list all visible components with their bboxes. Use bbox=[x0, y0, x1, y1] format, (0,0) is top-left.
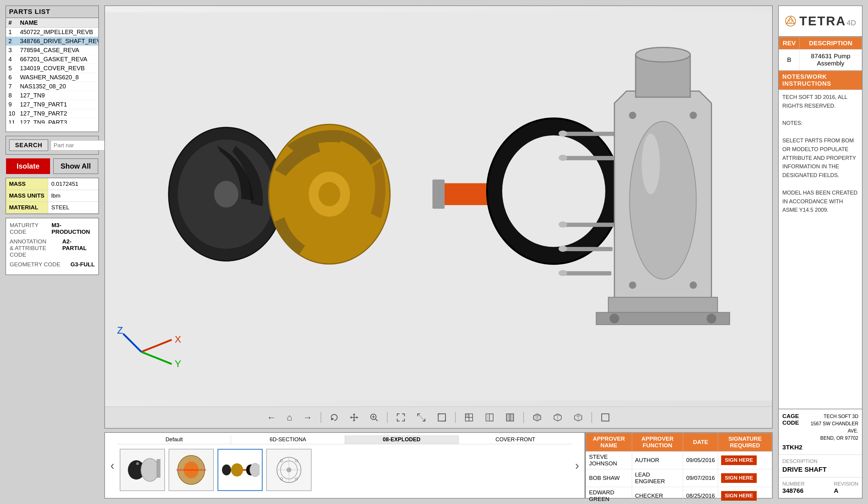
show-all-button[interactable]: Show All bbox=[53, 158, 98, 174]
view-tabs-container: Default 6D-SECTIONA 08-EXPLODED COVER-FR… bbox=[117, 435, 572, 495]
main-container: PARTS LIST # NAME QTY 1450722_IMPELLER_R… bbox=[0, 0, 868, 504]
table-row[interactable]: 4667201_GASKET_REVA1 bbox=[6, 55, 98, 64]
table-row[interactable]: 8127_TN91 bbox=[6, 91, 98, 100]
cube-face-icon bbox=[574, 413, 583, 422]
svg-marker-49 bbox=[350, 416, 352, 419]
part-name: 450722_IMPELLER_REVB bbox=[18, 28, 98, 37]
svg-rect-57 bbox=[465, 414, 469, 418]
parts-2-button[interactable] bbox=[482, 411, 497, 423]
separator-3 bbox=[455, 412, 456, 423]
svg-point-27 bbox=[559, 222, 567, 227]
svg-point-41 bbox=[610, 314, 619, 323]
bottom-section: ‹ Default 6D-SECTIONA 08-EXPLODED COVER-… bbox=[104, 432, 773, 498]
notes-line-3: SELECT PARTS FROM BOM OR MODELTO POPULAT… bbox=[782, 136, 858, 180]
table-row[interactable]: 3778594_CASE_REVA1 bbox=[6, 46, 98, 55]
part-name: 348766_DRIVE_SHAFT_REVA bbox=[18, 37, 98, 46]
prop-value: lbm bbox=[48, 190, 98, 202]
svg-rect-78 bbox=[157, 459, 161, 477]
fit-1-icon bbox=[396, 413, 406, 422]
svg-point-33 bbox=[636, 47, 690, 62]
view-thumb-08-exploded[interactable] bbox=[217, 449, 263, 491]
approval-col-name: APPROVER NAME bbox=[586, 433, 632, 452]
maximize-button[interactable] bbox=[598, 411, 612, 423]
view-thumb-6d-sectiona[interactable] bbox=[168, 449, 214, 491]
svg-text:X: X bbox=[175, 334, 181, 345]
isolate-button[interactable]: Isolate bbox=[6, 158, 50, 174]
fit-3-icon bbox=[437, 413, 447, 422]
sign-here-button[interactable]: SIGN HERE bbox=[721, 455, 757, 465]
view-thumb-cover-front[interactable] bbox=[266, 449, 312, 491]
svg-point-11 bbox=[214, 181, 238, 207]
table-row[interactable]: 6WASHER_NAS620_87 bbox=[6, 73, 98, 82]
approver-date: 09/05/2016 bbox=[683, 452, 718, 469]
parts-1-button[interactable] bbox=[462, 411, 476, 423]
approval-col-signature: SIGNATURE REQUIRED bbox=[718, 433, 772, 452]
description-value: DRIVE SHAFT bbox=[782, 466, 858, 474]
parts-3-button[interactable] bbox=[503, 411, 517, 423]
svg-rect-59 bbox=[465, 418, 469, 421]
cube-wire-icon bbox=[553, 413, 562, 422]
code-value: G3-FULL bbox=[71, 261, 95, 268]
tab-default[interactable]: Default bbox=[117, 435, 231, 444]
table-row[interactable]: 7NAS1352_08_207 bbox=[6, 82, 98, 91]
next-view-button[interactable]: › bbox=[572, 459, 582, 472]
cube-solid-button[interactable] bbox=[530, 411, 544, 423]
view-thumb-default[interactable] bbox=[120, 449, 165, 491]
svg-marker-47 bbox=[353, 413, 355, 415]
prev-view-button[interactable]: ‹ bbox=[107, 459, 117, 472]
part-name: 127_TN9_PART1 bbox=[18, 100, 98, 109]
part-num: 1 bbox=[6, 28, 18, 37]
cage-code-label: CAGE CODE bbox=[782, 413, 810, 442]
number-value: 348766 bbox=[782, 487, 805, 494]
approver-name: STEVE JOHNSON bbox=[586, 452, 632, 469]
part-num: 9 bbox=[6, 100, 18, 109]
tab-cover-front[interactable]: COVER-FRONT bbox=[459, 435, 572, 444]
approver-signature: SIGN HERE bbox=[718, 452, 772, 469]
zoom-button[interactable] bbox=[367, 412, 381, 423]
svg-point-84 bbox=[231, 463, 243, 476]
part-num: 4 bbox=[6, 55, 18, 64]
svg-point-97 bbox=[786, 16, 796, 26]
property-row: MATERIALSTEEL bbox=[6, 202, 98, 214]
svg-rect-79 bbox=[136, 462, 139, 465]
table-row[interactable]: 11127_TN9_PART310 bbox=[6, 118, 98, 124]
cube-wire-button[interactable] bbox=[550, 411, 565, 423]
sign-here-button[interactable]: SIGN HERE bbox=[721, 473, 757, 483]
home-button[interactable]: ⌂ bbox=[285, 411, 294, 424]
svg-point-36 bbox=[690, 112, 697, 119]
pan-button[interactable] bbox=[347, 412, 361, 423]
cube-face-button[interactable] bbox=[571, 411, 586, 423]
svg-point-38 bbox=[690, 281, 697, 289]
viewer-toolbar: ← ⌂ → bbox=[105, 407, 772, 428]
separator-2 bbox=[387, 412, 388, 423]
part-num: 5 bbox=[6, 64, 18, 73]
parts-scroll[interactable]: # NAME QTY 1450722_IMPELLER_REVB12348766… bbox=[6, 18, 98, 124]
table-row[interactable]: 9127_TN9_PART11 bbox=[6, 100, 98, 109]
tetra-logo-icon bbox=[785, 12, 796, 30]
viewer-canvas[interactable]: X Y Z bbox=[105, 6, 772, 407]
back-button[interactable]: ← bbox=[265, 411, 278, 424]
action-buttons: Isolate Show All bbox=[6, 158, 99, 174]
tab-08-exploded[interactable]: 08-EXPLODED bbox=[345, 435, 459, 444]
svg-rect-60 bbox=[469, 418, 473, 421]
tab-6d-sectiona[interactable]: 6D-SECTIONA bbox=[231, 435, 345, 444]
search-button[interactable]: SEARCH bbox=[9, 139, 48, 151]
table-row[interactable]: 1450722_IMPELLER_REVB1 bbox=[6, 28, 98, 37]
approval-col-function: APPROVER FUNCTION bbox=[632, 433, 683, 452]
notes-header: NOTES/WORK INSTRUCTIONS bbox=[779, 70, 862, 90]
svg-point-22 bbox=[559, 131, 567, 137]
svg-point-14 bbox=[319, 182, 340, 206]
forward-button[interactable]: → bbox=[301, 411, 314, 424]
svg-text:Z: Z bbox=[117, 325, 123, 336]
rotate-button[interactable] bbox=[327, 412, 341, 423]
table-row[interactable]: 2348766_DRIVE_SHAFT_REVA1 bbox=[6, 37, 98, 46]
svg-rect-82 bbox=[176, 469, 206, 471]
sign-here-button[interactable]: SIGN HERE bbox=[721, 491, 757, 501]
fit-2-button[interactable] bbox=[414, 411, 428, 423]
fit-1-button[interactable] bbox=[394, 411, 408, 423]
table-row[interactable]: 10127_TN9_PART21 bbox=[6, 109, 98, 118]
table-row[interactable]: 5134019_COVER_REVB1 bbox=[6, 64, 98, 73]
fit-3-button[interactable] bbox=[435, 411, 449, 423]
exploded-thumb-image bbox=[220, 453, 260, 486]
svg-point-83 bbox=[222, 464, 231, 475]
